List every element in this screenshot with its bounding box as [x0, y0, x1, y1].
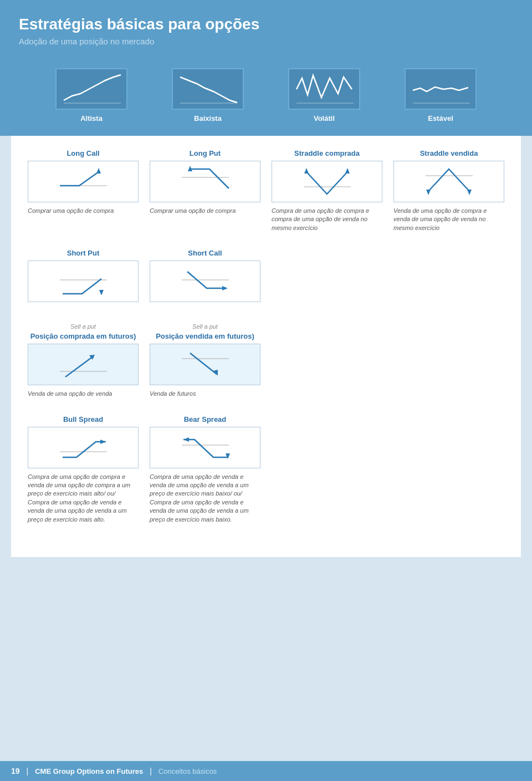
long-put-desc: Comprar uma opção de compra	[150, 207, 260, 215]
svg-marker-10	[345, 168, 350, 173]
svg-marker-17	[222, 286, 228, 290]
volatil-chart	[288, 68, 360, 110]
long-futures-chart	[28, 344, 139, 385]
long-call-chart	[28, 161, 139, 202]
market-type-estavel: Estável	[405, 68, 477, 122]
estavel-label: Estável	[428, 114, 453, 122]
strategy-short-futures: Sell a put Posição vendida em futuros) V…	[144, 323, 266, 409]
straddle-sell-chart	[393, 161, 504, 202]
short-call-chart	[150, 261, 260, 302]
strategy-short-put: Short Put	[22, 249, 144, 318]
long-put-label: Long Put	[150, 149, 260, 157]
long-futures-desc: Venda de uma opção de venda	[28, 390, 139, 398]
strategy-straddle-sell: Straddle vendida Venda de uma opção de c…	[388, 149, 510, 243]
strategy-placeholder-2	[388, 249, 510, 318]
altista-label: Altista	[80, 114, 103, 122]
svg-marker-13	[467, 190, 472, 195]
baixista-chart	[172, 68, 244, 110]
strategy-row-1: Long Call Comprar uma opção de compra Lo…	[22, 149, 510, 243]
straddle-buy-label: Straddle comprada	[272, 149, 382, 157]
bull-spread-chart	[28, 427, 139, 468]
short-call-label: Short Call	[150, 249, 260, 257]
long-put-chart	[150, 161, 260, 202]
sell-a-put-label-1: Sell a put	[28, 323, 139, 330]
straddle-sell-desc: Venda de uma opção de compra e venda de …	[393, 207, 504, 232]
footer-pipe: |	[150, 767, 152, 775]
bear-spread-desc: Compra de uma opção de venda e venda de …	[150, 473, 260, 524]
strategy-row-4: Bull Spread Compra de uma opção de compr…	[22, 415, 510, 535]
page-subtitle: Adoção de uma posição no mercado	[19, 37, 513, 46]
short-futures-desc: Venda de futuros	[150, 390, 260, 398]
market-type-altista: Altista	[55, 68, 127, 122]
header-section: Estratégias básicas para opções Adoção d…	[0, 0, 532, 58]
strategy-placeholder-3	[266, 323, 388, 409]
baixista-label: Baixista	[194, 114, 222, 122]
market-type-volatil: Volátil	[288, 68, 360, 122]
strategy-placeholder-6	[388, 415, 510, 535]
strategy-bear-spread: Bear Spread Compra de uma opção de venda…	[144, 415, 266, 535]
bear-spread-chart	[150, 427, 260, 468]
strategy-long-futures: Sell a put Posição comprada em futuros) …	[22, 323, 144, 409]
straddle-buy-desc: Compra de uma opção de compra e compra d…	[272, 207, 382, 232]
svg-marker-23	[100, 440, 106, 444]
bull-spread-desc: Compra de uma opção de compra e venda de…	[28, 473, 139, 524]
svg-marker-12	[426, 190, 431, 195]
bull-spread-label: Bull Spread	[28, 415, 139, 423]
short-put-label: Short Put	[28, 249, 139, 257]
short-futures-chart	[150, 344, 260, 385]
svg-marker-26	[226, 453, 230, 459]
straddle-buy-chart	[272, 161, 382, 202]
strategy-row-2: Short Put Short Call	[22, 249, 510, 318]
long-call-desc: Comprar uma opção de compra	[28, 207, 139, 215]
page-wrapper: Estratégias básicas para opções Adoção d…	[0, 0, 532, 781]
strategy-row-3: Sell a put Posição comprada em futuros) …	[22, 323, 510, 409]
strategy-straddle-buy: Straddle comprada Compra de uma opção de…	[266, 149, 388, 243]
footer-divider: |	[27, 767, 29, 775]
content-area: Long Call Comprar uma opção de compra Lo…	[11, 136, 521, 557]
svg-marker-5	[96, 168, 101, 173]
strategy-bull-spread: Bull Spread Compra de uma opção de compr…	[22, 415, 144, 535]
strategy-placeholder-4	[388, 323, 510, 409]
short-put-chart	[28, 261, 139, 302]
estavel-chart	[405, 68, 477, 110]
page-title: Estratégias básicas para opções	[19, 16, 513, 33]
footer-brand: CME Group Options on Futures	[35, 767, 143, 775]
strategy-placeholder-5	[266, 415, 388, 535]
altista-chart	[55, 68, 127, 110]
long-call-label: Long Call	[28, 149, 139, 157]
market-types-row: Altista Baixista Volátil	[0, 58, 532, 136]
strategy-placeholder-1	[266, 249, 388, 318]
strategy-long-call: Long Call Comprar uma opção de compra	[22, 149, 144, 243]
footer-section: Conceitos básicos	[158, 767, 217, 775]
sell-a-put-label-2: Sell a put	[150, 323, 260, 330]
svg-marker-15	[99, 290, 104, 295]
volatil-label: Volátil	[314, 114, 335, 122]
market-type-baixista: Baixista	[172, 68, 244, 122]
bear-spread-label: Bear Spread	[150, 415, 260, 423]
strategy-short-call: Short Call	[144, 249, 266, 318]
long-futures-label: Posição comprada em futuros)	[28, 332, 139, 340]
straddle-sell-label: Straddle vendida	[393, 149, 504, 157]
footer-bar: 19 | CME Group Options on Futures | Conc…	[0, 761, 532, 781]
strategy-long-put: Long Put Comprar uma opção de compra	[144, 149, 266, 243]
svg-marker-9	[304, 168, 309, 173]
svg-marker-25	[183, 437, 189, 442]
footer-page-number: 19	[11, 767, 20, 775]
short-futures-label: Posição vendida em futuros)	[150, 332, 260, 340]
